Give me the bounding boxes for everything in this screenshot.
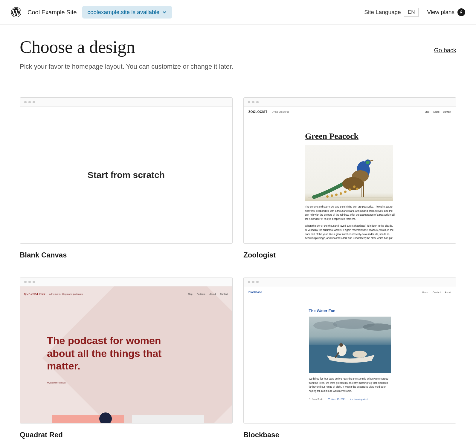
preview-card <box>132 415 204 423</box>
wordpress-logo-icon[interactable] <box>11 7 22 18</box>
svg-point-7 <box>356 188 358 190</box>
svg-point-3 <box>342 177 363 190</box>
preview-post-title: Green Peacock <box>305 131 395 141</box>
svg-point-22 <box>339 343 343 347</box>
site-language-selector[interactable]: Site Language EN <box>364 8 419 17</box>
preview-logo: QUADRAT RED <box>24 292 45 295</box>
svg-rect-25 <box>328 399 330 400</box>
view-plans-label: View plans <box>427 9 454 16</box>
theme-name: Quadrat Red <box>20 431 233 439</box>
preview-browser-bar <box>20 277 232 286</box>
preview-logo: Blockbase <box>248 291 262 294</box>
domain-status-text: coolexample.site is available <box>88 9 160 16</box>
preview-tagline: Living Creatures <box>271 111 289 113</box>
preview-paragraph: The serene and starry sky and the shinin… <box>305 205 395 221</box>
svg-point-17 <box>313 321 337 330</box>
calendar-icon <box>328 398 330 400</box>
page-title: Choose a design <box>20 37 135 57</box>
svg-point-6 <box>353 185 356 188</box>
language-code-badge: EN <box>404 8 419 17</box>
theme-name: Blank Canvas <box>20 251 233 259</box>
theme-card-blank-canvas[interactable]: Start from scratch Blank Canvas <box>20 97 233 259</box>
svg-point-23 <box>353 351 367 358</box>
flash-icon <box>457 8 465 16</box>
svg-point-11 <box>335 194 338 196</box>
preview-post-title: The Water Fan <box>309 309 391 313</box>
chevron-down-icon <box>162 10 167 14</box>
preview-image-peacock <box>305 145 393 201</box>
preview-paragraph: When the sky or the thousand-rayed sun (… <box>305 224 395 240</box>
theme-card-zoologist[interactable]: ZOOLOGIST Living Creatures Blog About Co… <box>243 97 456 259</box>
preview-headline: The podcast for women about all the thin… <box>47 334 173 372</box>
start-from-scratch-label: Start from scratch <box>88 170 165 180</box>
svg-point-8 <box>349 188 351 191</box>
preview-nav: Home Contact About <box>422 291 451 294</box>
svg-point-12 <box>331 194 333 197</box>
preview-browser-bar <box>20 98 232 107</box>
theme-card-quadrat-red[interactable]: QUADRAT RED A theme for blogs and podcas… <box>20 277 233 439</box>
svg-point-24 <box>309 398 310 399</box>
svg-point-5 <box>366 161 370 164</box>
svg-point-10 <box>340 192 342 195</box>
theme-card-blockbase[interactable]: Blockbase Home Contact About The Water F… <box>243 277 456 439</box>
person-icon <box>309 398 311 400</box>
go-back-link[interactable]: Go back <box>434 47 456 54</box>
page-subtitle: Pick your favorite homepage layout. You … <box>20 63 456 70</box>
preview-nav: Blog Podcast About Contact <box>188 293 228 295</box>
theme-name: Blockbase <box>243 431 456 439</box>
app-header: Cool Example Site coolexample.site is av… <box>0 0 476 25</box>
preview-tagline: A theme for blogs and podcasts <box>49 293 83 295</box>
preview-browser-bar <box>244 277 456 286</box>
preview-logo: ZOOLOGIST <box>248 110 267 113</box>
preview-browser-bar <box>244 98 456 107</box>
theme-grid: Start from scratch Blank Canvas ZOOLOGIS… <box>20 97 456 439</box>
preview-image-boat <box>309 317 391 373</box>
svg-point-9 <box>344 191 347 193</box>
preview-card <box>52 415 124 423</box>
domain-availability-pill[interactable]: coolexample.site is available <box>82 6 172 19</box>
theme-name: Zoologist <box>243 251 456 259</box>
view-plans-link[interactable]: View plans <box>427 8 465 16</box>
folder-icon <box>350 398 353 400</box>
preview-hashtag: #QuadratPodcast <box>47 381 205 384</box>
site-language-label: Site Language <box>364 9 401 16</box>
preview-avatar <box>99 412 112 423</box>
site-name: Cool Example Site <box>28 9 77 16</box>
preview-paragraph: We hiked for four days before reaching t… <box>309 377 391 393</box>
svg-point-13 <box>326 195 329 198</box>
preview-nav: Blog About Contact <box>425 111 451 113</box>
preview-post-meta: Joan Smith June 15, 2021 Uncategorized <box>309 398 391 401</box>
